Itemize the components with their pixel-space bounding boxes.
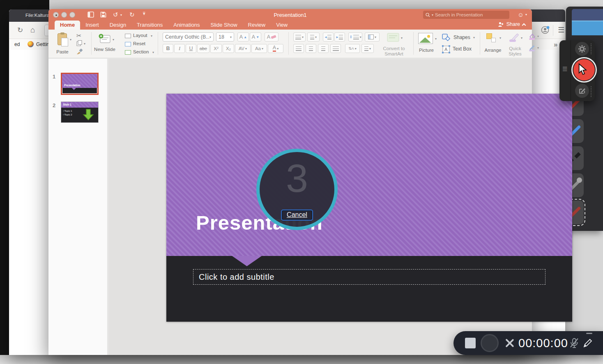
strikethrough-button[interactable]: abe [197, 44, 209, 53]
quick-styles-label[interactable]: Quick Styles [505, 46, 525, 57]
change-case-button[interactable]: Aa▾ [251, 44, 267, 53]
section-icon[interactable] [125, 50, 131, 55]
new-slide-caret-icon[interactable]: ▾ [113, 38, 114, 41]
format-painter-icon[interactable] [76, 48, 83, 55]
account-icon[interactable] [541, 25, 550, 36]
cut-icon[interactable]: ✂ [76, 32, 82, 39]
copy-caret-icon[interactable]: ▾ [84, 42, 85, 46]
arrange-label[interactable]: Arrange [481, 48, 504, 53]
tab-insert[interactable]: Insert [80, 21, 104, 30]
reset-label[interactable]: Reset [133, 41, 145, 46]
new-slide-label[interactable]: New Slide [93, 47, 117, 52]
section-caret-icon[interactable]: ▾ [152, 51, 154, 54]
new-annotation-button[interactable] [575, 84, 589, 98]
smartart-caret-icon[interactable]: ▾ [401, 36, 403, 40]
align-right-button[interactable] [318, 44, 329, 53]
tab-home[interactable]: Home [55, 21, 80, 30]
bold-button[interactable]: B [163, 44, 173, 53]
cancel-recording-button[interactable] [504, 338, 514, 348]
copy-icon[interactable] [76, 40, 82, 47]
quick-styles-icon[interactable] [509, 33, 519, 44]
tab-transitions[interactable]: Transitions [131, 21, 168, 30]
justify-button[interactable] [330, 44, 341, 53]
italic-button[interactable]: I [174, 44, 185, 53]
search-field[interactable]: ▾ Search in Presentation [423, 11, 509, 19]
tab-review[interactable]: Review [243, 21, 271, 30]
columns-button[interactable]: ▾ [365, 32, 380, 41]
quick-styles-caret-icon[interactable]: ▾ [521, 36, 522, 40]
new-slide-icon[interactable] [99, 34, 111, 44]
decrease-indent-button[interactable]: ◂ [323, 32, 334, 41]
line-spacing-button[interactable]: ⇕▾ [348, 32, 362, 41]
shape-fill-icon[interactable] [528, 33, 536, 41]
text-box-icon[interactable]: A [442, 45, 450, 54]
shape-fill-caret-icon[interactable]: ▾ [537, 35, 539, 38]
arrange-caret-icon[interactable]: ▾ [499, 36, 501, 40]
collapse-ribbon-icon[interactable] [522, 23, 526, 27]
slide-thumbnail-2[interactable]: Slide 1 ○Topic 1 ○Topic 2 [61, 101, 99, 123]
shapes-icon[interactable] [442, 34, 451, 43]
clear-formatting-button[interactable]: A [265, 32, 278, 41]
palette-header-blue[interactable] [572, 21, 603, 35]
drag-dots[interactable] [591, 44, 591, 54]
home-icon[interactable]: ⌂ [30, 25, 35, 35]
decrease-font-button[interactable]: A▼ [250, 32, 261, 41]
smiley-caret-icon[interactable]: ▾ [525, 13, 527, 16]
font-name-select[interactable]: Century Gothic (B...▾ [163, 32, 214, 41]
bullets-button[interactable]: ▾ [293, 32, 306, 41]
picture-icon[interactable] [418, 33, 433, 44]
shapes-label[interactable]: Shapes [453, 35, 470, 40]
subtitle-placeholder-box[interactable]: Click to add subtitle [193, 269, 545, 285]
character-spacing-button[interactable]: AV▾ [235, 44, 251, 53]
align-left-button[interactable] [293, 44, 304, 53]
picture-label[interactable]: Picture [417, 48, 435, 53]
slide-thumbnail-1[interactable]: Presentation [61, 73, 99, 95]
tab-animations[interactable]: Animations [168, 21, 205, 30]
reset-icon[interactable] [125, 42, 131, 46]
align-text-button[interactable]: ▾ [361, 44, 374, 53]
superscript-button[interactable]: X² [210, 44, 222, 53]
picture-caret-icon[interactable]: ▾ [435, 37, 437, 41]
subscript-button[interactable]: X₂ [223, 44, 234, 53]
increase-indent-button[interactable]: ▸ [334, 32, 345, 41]
shape-line-caret-icon[interactable]: ▾ [537, 46, 539, 50]
section-label[interactable]: Section [133, 49, 149, 54]
layout-label[interactable]: Layout [133, 33, 147, 38]
convert-smartart-label[interactable]: Convert to SmartArt [377, 46, 411, 57]
paste-caret-icon[interactable]: ▾ [70, 38, 71, 41]
shapes-caret-icon[interactable]: ▾ [473, 36, 475, 39]
layout-caret-icon[interactable]: ▾ [151, 34, 152, 38]
paste-label[interactable]: Paste [54, 49, 71, 54]
tab-design[interactable]: Design [104, 21, 131, 30]
font-size-select[interactable]: 18▾ [216, 32, 234, 41]
layout-icon[interactable] [125, 34, 131, 38]
cancel-countdown-button[interactable]: Cancel [281, 210, 313, 221]
hamburger-menu-icon[interactable]: ☰ [558, 25, 564, 35]
record-indicator-circle[interactable] [481, 334, 499, 352]
palette-header-navy[interactable] [572, 9, 603, 21]
stop-recording-button[interactable] [465, 338, 476, 348]
microphone-muted-icon[interactable] [569, 338, 579, 348]
tab-view[interactable]: View [271, 21, 293, 30]
reload-icon[interactable]: ↻ [17, 26, 23, 35]
numbering-button[interactable]: ▾ [307, 32, 320, 41]
convert-smartart-icon[interactable] [387, 33, 399, 43]
text-box-label[interactable]: Text Box [453, 46, 472, 52]
paste-icon[interactable] [58, 33, 67, 45]
drag-dots[interactable] [591, 86, 591, 97]
minimize-toolbar-button[interactable] [586, 333, 592, 334]
annotate-pencil-icon[interactable] [583, 339, 592, 348]
share-button[interactable]: Share [498, 21, 525, 27]
slide-editor[interactable]: Presentation Click to add subtitle [166, 94, 572, 322]
shape-line-icon[interactable] [528, 44, 536, 53]
font-color-button[interactable]: A▾ [268, 44, 283, 53]
bookmark-fragment[interactable]: ed [14, 41, 20, 47]
tab-slide-show[interactable]: Slide Show [205, 21, 243, 30]
underline-button[interactable]: U [186, 44, 196, 53]
align-center-button[interactable] [306, 44, 316, 53]
options-list-icon[interactable]: ☰ [562, 66, 568, 72]
overflow-chevron-icon[interactable]: » [554, 41, 557, 49]
settings-button[interactable] [575, 42, 589, 56]
text-direction-button[interactable]: ⇅A▾ [345, 44, 360, 53]
feedback-smiley-icon[interactable]: ☺ [518, 11, 524, 18]
